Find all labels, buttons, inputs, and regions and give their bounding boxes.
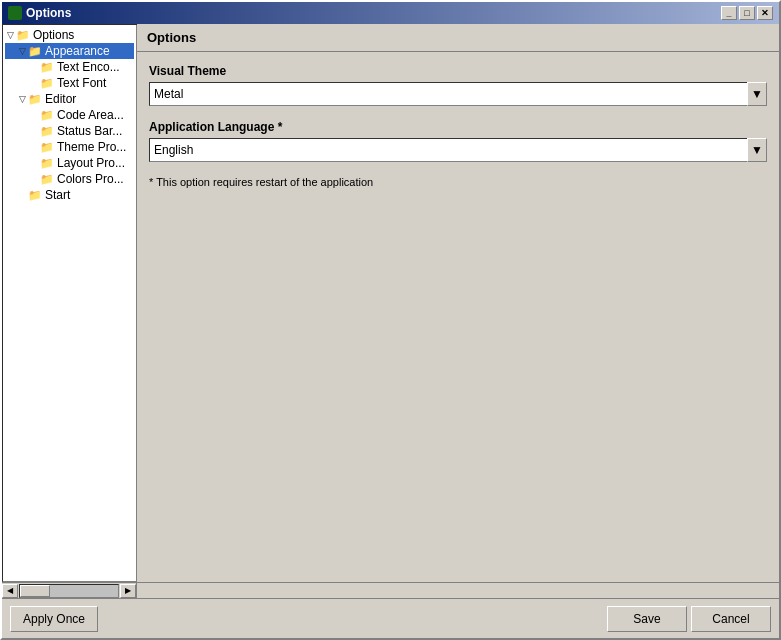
window-content: ▽ 📁 Options ▽ 📁 Appearance 📁 Text Enco. [2, 24, 779, 638]
window-title: Options [26, 6, 71, 20]
folder-icon-status-bar: 📁 [40, 125, 54, 138]
tree-item-status-bar[interactable]: 📁 Status Bar... [5, 123, 134, 139]
folder-icon-options: 📁 [16, 29, 30, 42]
tree-item-appearance[interactable]: ▽ 📁 Appearance [5, 43, 134, 59]
tree-item-options[interactable]: ▽ 📁 Options [5, 27, 134, 43]
tree-label-options: Options [33, 28, 74, 42]
scroll-track[interactable] [19, 584, 119, 598]
options-window: Options _ □ ✕ ▽ 📁 Options ▽ 📁 [0, 0, 781, 640]
tree-label-code-area: Code Area... [57, 108, 124, 122]
title-bar: Options _ □ ✕ [2, 2, 779, 24]
cancel-button[interactable]: Cancel [691, 606, 771, 632]
folder-icon-colors-pro: 📁 [40, 173, 54, 186]
tree-label-text-encoding: Text Enco... [57, 60, 120, 74]
tree-label-appearance: Appearance [45, 44, 110, 58]
tree-label-theme-pro: Theme Pro... [57, 140, 126, 154]
visual-theme-select[interactable]: Metal Nimbus CDE/Motif Windows Windows C… [149, 82, 767, 106]
tree-label-layout-pro: Layout Pro... [57, 156, 125, 170]
folder-icon-theme-pro: 📁 [40, 141, 54, 154]
tree-scrollbar[interactable]: ◀ ▶ [2, 583, 137, 598]
tree-label-start: Start [45, 188, 70, 202]
tree-panel[interactable]: ▽ 📁 Options ▽ 📁 Appearance 📁 Text Enco. [2, 24, 137, 582]
main-area: ▽ 📁 Options ▽ 📁 Appearance 📁 Text Enco. [2, 24, 779, 582]
folder-icon-layout-pro: 📁 [40, 157, 54, 170]
scrollbar-row: ◀ ▶ [2, 582, 779, 598]
tree-label-editor: Editor [45, 92, 76, 106]
apply-once-button[interactable]: Apply Once [10, 606, 98, 632]
tree-label-status-bar: Status Bar... [57, 124, 122, 138]
right-scrollbar-fill [137, 583, 779, 598]
folder-icon-start: 📁 [28, 189, 42, 202]
tree-item-editor[interactable]: ▽ 📁 Editor [5, 91, 134, 107]
tree-label-text-font: Text Font [57, 76, 106, 90]
scroll-thumb [20, 585, 50, 597]
tree-label-colors-pro: Colors Pro... [57, 172, 124, 186]
tree-item-text-encoding[interactable]: 📁 Text Enco... [5, 59, 134, 75]
tree-item-layout-pro[interactable]: 📁 Layout Pro... [5, 155, 134, 171]
folder-icon-code-area: 📁 [40, 109, 54, 122]
tree-item-start[interactable]: 📁 Start [5, 187, 134, 203]
tree-item-text-font[interactable]: 📁 Text Font [5, 75, 134, 91]
expand-icon-editor: ▽ [17, 94, 27, 104]
panel-header: Options [137, 24, 779, 52]
expand-icon-appearance: ▽ [17, 46, 27, 56]
folder-icon-editor: 📁 [28, 93, 42, 106]
visual-theme-wrapper: Metal Nimbus CDE/Motif Windows Windows C… [149, 82, 767, 106]
button-bar: Apply Once Save Cancel [2, 598, 779, 638]
right-buttons: Save Cancel [607, 606, 771, 632]
app-language-select[interactable]: English German French Spanish Italian [149, 138, 767, 162]
app-language-label: Application Language * [149, 120, 767, 134]
tree-item-code-area[interactable]: 📁 Code Area... [5, 107, 134, 123]
folder-icon-text-font: 📁 [40, 77, 54, 90]
scroll-right-button[interactable]: ▶ [120, 584, 136, 598]
app-icon [8, 6, 22, 20]
title-bar-controls: _ □ ✕ [721, 6, 773, 20]
tree-item-colors-pro[interactable]: 📁 Colors Pro... [5, 171, 134, 187]
visual-theme-label: Visual Theme [149, 64, 767, 78]
folder-icon-text-encoding: 📁 [40, 61, 54, 74]
expand-icon-options: ▽ [5, 30, 15, 40]
scroll-left-button[interactable]: ◀ [2, 584, 18, 598]
tree-item-theme-pro[interactable]: 📁 Theme Pro... [5, 139, 134, 155]
minimize-button[interactable]: _ [721, 6, 737, 20]
save-button[interactable]: Save [607, 606, 687, 632]
maximize-button[interactable]: □ [739, 6, 755, 20]
restart-note: * This option requires restart of the ap… [149, 176, 767, 188]
panel-content: Visual Theme Metal Nimbus CDE/Motif Wind… [137, 52, 779, 582]
folder-icon-appearance: 📁 [28, 45, 42, 58]
right-panel: Options Visual Theme Metal Nimbus CDE/Mo… [137, 24, 779, 582]
close-button[interactable]: ✕ [757, 6, 773, 20]
app-language-wrapper: English German French Spanish Italian ▼ [149, 138, 767, 162]
